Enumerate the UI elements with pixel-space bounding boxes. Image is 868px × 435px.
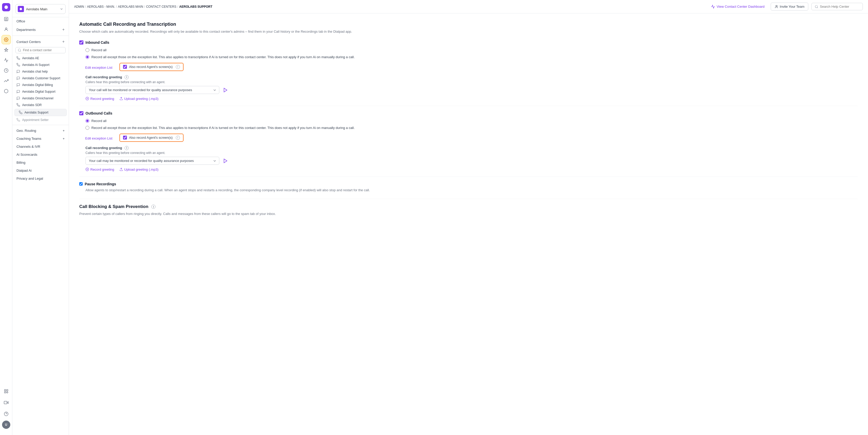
sidebar-icon-settings[interactable] — [2, 35, 11, 44]
invite-icon — [775, 5, 778, 8]
coaching-teams-add-icon[interactable]: + — [63, 137, 65, 141]
outbound-greeting-select[interactable]: Your call may be monitored or recorded f… — [86, 157, 219, 165]
outbound-record-except-label: Record all except those on the exception… — [91, 125, 355, 130]
play-icon — [223, 88, 228, 93]
user-avatar[interactable]: U — [2, 421, 10, 429]
help-search-bar — [811, 3, 863, 10]
inbound-record-all-radio[interactable] — [86, 48, 89, 52]
nav-item-aerolabs-chat-help[interactable]: Aerolabs chat help — [12, 68, 69, 75]
inbound-screen-record-label[interactable]: Also record Agent's screen(s) — [129, 65, 173, 69]
billing-label: Billing — [17, 161, 26, 164]
invite-team-button[interactable]: Invite Your Team — [771, 3, 808, 10]
inbound-greeting-info-icon[interactable]: i — [125, 75, 129, 79]
workspace-name: Aerolabs Main — [26, 7, 58, 11]
sidebar-icon-help[interactable] — [2, 409, 11, 418]
nav-item-aerolabs-ai-support[interactable]: Aerolabs Ai Support — [12, 62, 69, 68]
contact-centers-add-icon[interactable]: + — [62, 39, 65, 44]
nav-item-label: Aerolabs AE — [22, 56, 65, 60]
contact-center-search-input[interactable] — [23, 49, 63, 52]
workspace-chevron — [60, 7, 63, 11]
breadcrumb-contact-centers: CONTACT CENTERS — [146, 5, 176, 8]
inbound-edit-exception-link[interactable]: Edit exception List — [85, 66, 113, 69]
help-search-input[interactable] — [820, 5, 859, 8]
sidebar-item-privacy-legal[interactable]: Privacy and Legal — [12, 175, 69, 183]
inbound-screen-record-checkbox[interactable] — [123, 65, 127, 69]
call-blocking-info-icon[interactable]: i — [151, 205, 155, 209]
outbound-screen-record-info-icon[interactable]: i — [176, 136, 180, 140]
icon-sidebar: U — [0, 0, 12, 435]
outbound-greeting-info-icon[interactable]: i — [125, 146, 129, 150]
outbound-calls-label: Outbound Calls — [79, 111, 858, 115]
sidebar-icon-integrations[interactable] — [2, 87, 11, 96]
chat-icon — [17, 90, 20, 93]
outbound-record-greeting-link[interactable]: Record greeting — [86, 167, 114, 172]
nav-item-aerolabs-digital-support[interactable]: Aerolabs Digital Support — [12, 88, 69, 95]
nav-item-aerolabs-customer-support[interactable]: Aerolabs Customer Support — [12, 75, 69, 82]
sidebar-item-geo-routing[interactable]: Geo. Routing + — [12, 127, 69, 135]
svg-point-13 — [20, 8, 22, 10]
outbound-record-except-item: Record all except those on the exception… — [86, 125, 858, 130]
outbound-edit-exception-link[interactable]: Edit exception List — [85, 136, 113, 140]
sidebar-icon-analytics[interactable] — [2, 56, 11, 65]
svg-marker-9 — [7, 402, 8, 404]
outbound-upload-greeting-link[interactable]: Upload greeting (.mp3) — [119, 167, 159, 172]
nav-item-aerolabs-support[interactable]: Aerolabs Support — [14, 109, 67, 116]
inbound-record-greeting-link[interactable]: Record greeting — [86, 97, 114, 101]
dialpad-ai-label: Dialpad Ai — [17, 168, 32, 173]
nav-item-aerolabs-sdr[interactable]: Aerolabs SDR — [12, 102, 69, 108]
sidebar-item-contact-centers[interactable]: Contact Centers + — [12, 37, 69, 46]
breadcrumb-aerolabs-main: AEROLABS MAIN — [118, 5, 143, 8]
phone-icon — [17, 103, 20, 107]
sidebar-icon-video[interactable] — [2, 398, 11, 407]
sidebar-item-dialpad-ai[interactable]: Dialpad Ai — [12, 166, 69, 175]
outbound-greeting-play-button[interactable] — [221, 157, 229, 165]
svg-marker-26 — [224, 159, 227, 163]
inbound-greeting-actions: Record greeting Upload greeting (.mp3) — [86, 97, 858, 101]
nav-sidebar: Aerolabs Main Office Departments + Conta… — [12, 0, 69, 435]
outbound-record-all-radio[interactable] — [86, 119, 89, 123]
pause-recordings-checkbox[interactable] — [79, 182, 83, 186]
sidebar-icon-dialpad-ai[interactable] — [2, 386, 11, 396]
geo-routing-add-icon[interactable]: + — [63, 129, 65, 132]
nav-item-aerolabs-ae[interactable]: Aerolabs AE — [12, 55, 69, 62]
sidebar-item-coaching-teams[interactable]: Coaching Teams + — [12, 135, 69, 143]
nav-divider-2 — [12, 125, 69, 125]
workspace-selector[interactable]: Aerolabs Main — [16, 4, 66, 14]
nav-item-aerolabs-digital-billing[interactable]: Aerolabs Digital Billing — [12, 82, 69, 88]
inbound-screen-record-info-icon[interactable]: i — [176, 65, 180, 69]
inbound-calls-checkbox[interactable] — [79, 40, 84, 44]
sidebar-icon-office[interactable] — [2, 14, 11, 24]
sidebar-icon-reports[interactable] — [2, 76, 11, 86]
nav-item-aerolabs-omnichannel[interactable]: Aerolabs Omnichannel — [12, 95, 69, 102]
inbound-upload-greeting-link[interactable]: Upload greeting (.mp3) — [119, 97, 159, 101]
view-dashboard-button[interactable]: View Contact Center Dashboard — [708, 3, 768, 10]
sidebar-item-departments[interactable]: Departments + — [12, 25, 69, 34]
sidebar-item-billing[interactable]: Billing — [12, 159, 69, 166]
sidebar-item-channels-ivr[interactable]: Channels & IVR — [12, 143, 69, 151]
outbound-upload-greeting-label: Upload greeting (.mp3) — [124, 167, 159, 172]
nav-item-appointment-setter[interactable]: Appointment Setter — [12, 117, 69, 123]
departments-add-icon[interactable]: + — [62, 27, 65, 32]
sidebar-icon-history[interactable] — [2, 66, 11, 75]
channels-ivr-label: Channels & IVR — [17, 145, 40, 149]
outbound-greeting-select-row: Your call may be monitored or recorded f… — [86, 157, 858, 165]
outbound-calls-checkbox[interactable] — [79, 111, 84, 115]
icon-sidebar-bottom: U — [2, 386, 11, 432]
svg-rect-6 — [6, 390, 8, 391]
svg-rect-5 — [4, 390, 6, 391]
sidebar-item-ai-scorecards[interactable]: Ai Scorecards — [12, 151, 69, 159]
outbound-screen-record-label[interactable]: Also record Agent's screen(s) — [129, 136, 173, 139]
outbound-record-except-radio[interactable] — [86, 126, 89, 130]
inbound-greeting-play-button[interactable] — [221, 86, 229, 94]
sidebar-item-office[interactable]: Office — [12, 17, 69, 25]
sidebar-icon-person[interactable] — [2, 25, 11, 34]
inbound-record-except-radio[interactable] — [86, 55, 89, 59]
sidebar-icon-ai[interactable] — [2, 45, 11, 55]
svg-rect-10 — [4, 401, 7, 404]
inbound-record-except-label: Record all except those on the exception… — [91, 55, 355, 60]
outbound-screen-record-checkbox[interactable] — [123, 136, 127, 139]
svg-point-16 — [776, 5, 777, 6]
svg-rect-1 — [4, 17, 8, 21]
contact-centers-label: Contact Centers — [17, 40, 41, 44]
inbound-greeting-select[interactable]: Your call will be monitored or recorded … — [86, 86, 219, 94]
